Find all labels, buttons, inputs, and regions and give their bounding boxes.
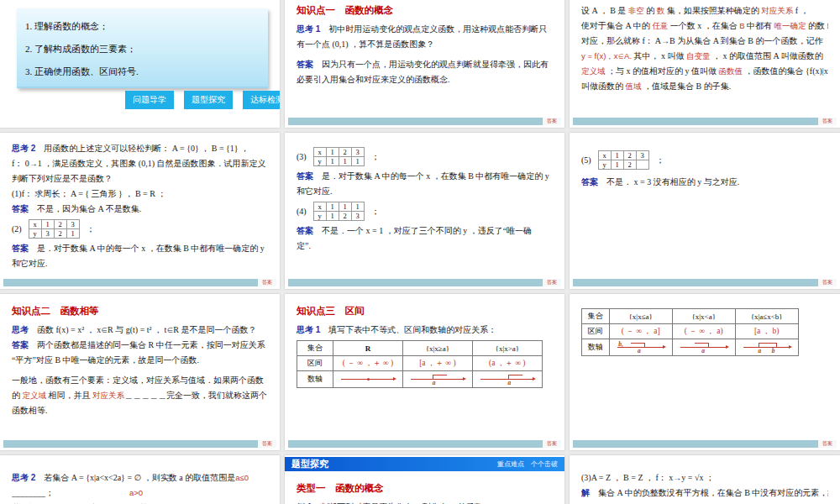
knowledge-point-heading: 知识点二 函数相等 — [12, 304, 268, 318]
answer-block: 答案 是．对于数集 A 中的每一个 x ，在数集 B 中都有唯一确定的 y和它对… — [297, 169, 553, 199]
table-header-cell: R — [333, 341, 403, 356]
table-header-cell: {x|x>a} — [472, 341, 542, 356]
slide-footer-bar: 答案 — [3, 279, 276, 286]
think-block: 思考 1 填写下表中不等式、区间和数轴的对应关系： — [297, 323, 553, 338]
slide-12-example-part-3[interactable]: (3)A = Z ， B = Z ， f： x→y = √x ；解 集合 A 中… — [570, 455, 840, 504]
answer-tab[interactable]: 答案 — [818, 279, 837, 286]
answer-tab[interactable]: 答案 — [258, 279, 276, 286]
think-block: 思考 函数 f(x) = x² ， x∈R 与 g(t) = t² ， t∈R … — [12, 323, 268, 368]
summary-block: 一般地，函数有三个要素：定义域，对应关系与值域．如果两个函数的 定义域 相同，并… — [12, 373, 268, 418]
answer-block: 答案 不是．一个 x = 1 ，对应了三个不同的 y ，违反了“唯一确定”. — [297, 223, 553, 254]
item-label: (4) — [297, 207, 307, 216]
example-block: 例 1 判断下列对应是否为集合 A 到集合 B 的函数. — [297, 500, 553, 504]
slide-grid: 1. 理解函数的概念； 2. 了解构成函数的三要素； 3. 正确使用函数、区间符… — [0, 0, 840, 504]
value-table: x123y12 — [598, 150, 649, 170]
slide-10-think-2-interval[interactable]: 思考 2 若集合 A = {x|a<x<2a} = ∅ ，则实数 a 的取值范围… — [0, 455, 280, 504]
table-row-label: 数轴 — [297, 371, 333, 388]
think-block: 思考 2 用函数的上述定义可以轻松判断： A = {0} ， B = {1} ，… — [12, 141, 268, 217]
item-label: (2) — [12, 224, 22, 234]
number-line: ab — [742, 341, 792, 354]
item-label: (5) — [581, 155, 591, 165]
learning-goals: 1. 理解函数的概念； 2. 了解构成函数的三要素； 3. 正确使用函数、区间符… — [17, 8, 268, 88]
semicolon: ； — [656, 155, 664, 166]
number-line-cell: b,a — [609, 339, 672, 356]
number-line: a — [479, 373, 536, 386]
think-block: 思考 1 初中时用运动变化的观点定义函数，用这种观点能否判断只有一个点 (0,1… — [297, 22, 553, 52]
banner-subtitle: 重点难点 个个击破 — [497, 459, 558, 469]
slide-footer-bar: 答案 — [3, 440, 276, 448]
table-header-cell: {x|x≤a} — [609, 309, 672, 324]
table-row-label: 数轴 — [582, 339, 610, 356]
section-banner: 题型探究 重点难点 个个击破 — [285, 457, 564, 471]
answer-tab[interactable]: 答案 — [543, 440, 561, 448]
semicolon: ； — [87, 223, 95, 235]
table-header-cell: {x|a≤x<b} — [735, 309, 798, 324]
interval-cell: ( － ∞ ， a) — [672, 324, 735, 339]
table-header-cell: 集合 — [582, 309, 610, 324]
number-line: a — [409, 373, 466, 386]
solution-block: (3)A = Z ， B = Z ， f： x→y = √x ；解 集合 A 中… — [581, 470, 828, 501]
knowledge-point-heading: 知识点一 函数的概念 — [297, 3, 553, 17]
answer-tab[interactable]: 答案 — [543, 279, 561, 286]
slide-09-interval-table-2[interactable]: 集合 {x|x≤a} {x|x<a} {x|a≤x<b} 区间 ( － ∞ ， … — [570, 294, 840, 450]
slide-02-knowledge-point-1[interactable]: 知识点一 函数的概念 思考 1 初中时用运动变化的观点定义函数，用这种观点能否判… — [285, 0, 564, 128]
goal-item: 2. 了解构成函数的三要素； — [25, 38, 258, 60]
value-table: x123y321 — [29, 219, 80, 239]
semicolon: ； — [371, 151, 380, 163]
table-item-4: (4) x111y123 ； — [297, 202, 553, 221]
slide-footer-bar: 答案 — [288, 118, 561, 125]
interval-cell: ( － ∞ ， a] — [609, 324, 672, 339]
interval-cell: ( － ∞ ，＋ ∞ ) — [333, 356, 403, 371]
button-question-guide[interactable]: 问题导学 — [125, 91, 174, 109]
slide-08-knowledge-point-3[interactable]: 知识点三 区间 思考 1 填写下表中不等式、区间和数轴的对应关系： 集合 R {… — [285, 294, 564, 450]
answer-block: 答案 是．对于数集 A 中的每一个 x ，在数集 B 中都有唯一确定的 y和它对… — [12, 241, 268, 271]
table-header-cell: {x|x<a} — [672, 309, 735, 324]
number-line: b,a — [616, 341, 666, 354]
think-block: 思考 2 若集合 A = {x|a<x<2a} = ∅ ，则实数 a 的取值范围… — [12, 470, 268, 504]
table-row-label: 区间 — [582, 324, 610, 339]
number-line — [339, 373, 396, 386]
number-line-cell: a — [472, 371, 542, 388]
slide-footer-bar: 答案 — [288, 279, 561, 286]
answer-tab[interactable]: 答案 — [818, 118, 837, 125]
slide-footer-bar: 答案 — [573, 440, 837, 448]
table-item-2: (2) x123y321 ； — [12, 219, 268, 239]
definition-text: 设 A ， B 是 非空 的 数 集，如果按照某种确定的 对应关系 f ，使对于… — [581, 3, 828, 94]
slide-03-function-definition[interactable]: 设 A ， B 是 非空 的 数 集，如果按照某种确定的 对应关系 f ，使对于… — [570, 0, 840, 128]
semicolon: ； — [371, 206, 380, 218]
nav-button-row: 问题导学 题型探究 达标检测 — [125, 91, 280, 109]
interval-table: 集合 R {x|x≥a} {x|x>a} 区间 ( － ∞ ，＋ ∞ ) [a … — [297, 340, 543, 388]
table-item-5: (5) x123y12 ； — [581, 150, 828, 170]
button-type-explore[interactable]: 题型探究 — [184, 91, 233, 109]
slide-06-item-5[interactable]: (5) x123y12 ； 答案 不是． x = 3 没有相应的 y 与之对应.… — [570, 133, 840, 289]
slide-04-think-2[interactable]: 思考 2 用函数的上述定义可以轻松判断： A = {0} ， B = {1} ，… — [0, 133, 280, 289]
interval-cell: (a ，＋ ∞ ) — [472, 356, 542, 371]
interval-cell: [a ， b) — [735, 324, 798, 339]
slide-05-items-3-4[interactable]: (3) x123y111 ； 答案 是．对于数集 A 中的每一个 x ，在数集 … — [285, 133, 564, 289]
answer-block: 答案 不是． x = 3 没有相应的 y 与之对应. — [581, 175, 828, 190]
interval-table: 集合 {x|x≤a} {x|x<a} {x|a≤x<b} 区间 ( － ∞ ， … — [581, 308, 799, 356]
answer-tab[interactable]: 答案 — [543, 118, 561, 125]
number-line-cell: ab — [735, 339, 798, 356]
slide-07-knowledge-point-2[interactable]: 知识点二 函数相等 思考 函数 f(x) = x² ， x∈R 与 g(t) =… — [0, 294, 280, 450]
slide-11-type-explore[interactable]: 题型探究 重点难点 个个击破 类型一 函数的概念 例 1 判断下列对应是否为集合… — [285, 455, 564, 504]
value-table: x123y111 — [313, 147, 365, 166]
button-standard-test[interactable]: 达标检测 — [243, 91, 280, 109]
slide-footer-bar: 答案 — [573, 118, 837, 125]
slide-01-goals[interactable]: 1. 理解函数的概念； 2. 了解构成函数的三要素； 3. 正确使用函数、区间符… — [0, 0, 280, 128]
number-line-cell: a — [402, 371, 472, 388]
goal-item: 3. 正确使用函数、区间符号. — [25, 60, 258, 83]
slide-footer-bar: 答案 — [288, 440, 561, 448]
answer-tab[interactable]: 答案 — [818, 440, 837, 448]
type-heading: 类型一 函数的概念 — [297, 481, 553, 495]
table-item-3: (3) x123y111 ； — [297, 147, 553, 166]
number-line-cell — [333, 371, 403, 388]
answer-tab[interactable]: 答案 — [258, 440, 276, 448]
table-row-label: 区间 — [297, 356, 333, 371]
number-line-cell: a — [672, 339, 735, 356]
item-label: (3) — [297, 152, 307, 161]
slide-footer-bar: 答案 — [573, 279, 837, 286]
knowledge-point-heading: 知识点三 区间 — [297, 304, 553, 318]
banner-title: 题型探究 — [291, 458, 328, 470]
table-header-cell: 集合 — [297, 341, 333, 356]
